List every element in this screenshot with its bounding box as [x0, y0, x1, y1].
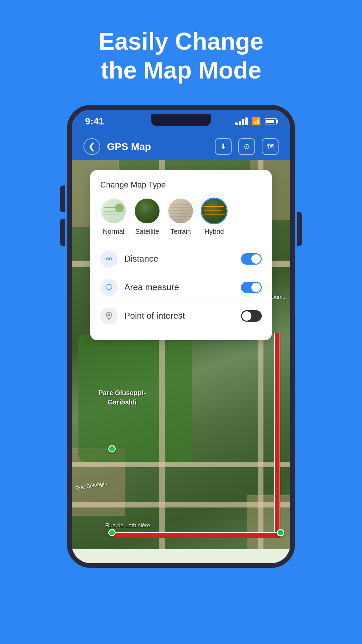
nav-icons: ⬇ ⊙ 🗺: [215, 138, 279, 155]
svg-point-0: [106, 258, 109, 260]
area-icon: [100, 279, 118, 296]
distance-icon: [100, 250, 118, 268]
route-dot-5: [108, 529, 116, 536]
popup-title: Change Map Type: [100, 180, 262, 190]
map-area: Parc Giuseppi-Garibaldi Rue Bélangi... R…: [72, 160, 290, 549]
poi-icon: [100, 307, 118, 325]
download-icon: ⬇: [220, 142, 226, 151]
status-icons: 📶: [235, 117, 277, 126]
notch: [151, 114, 211, 126]
power-button: [297, 212, 302, 246]
location-button[interactable]: ⊙: [238, 138, 255, 155]
area-toggle[interactable]: [241, 282, 262, 293]
poi-toggle[interactable]: [241, 310, 262, 322]
map-type-terrain-circle: [167, 198, 194, 224]
volume-up-button: [60, 185, 65, 212]
map-type-satellite-circle: [134, 198, 161, 224]
svg-point-1: [109, 258, 112, 260]
map-type-terrain-label: Terrain: [170, 228, 191, 235]
map-type-normal-label: Normal: [103, 228, 124, 235]
map-view-button[interactable]: 🗺: [262, 138, 279, 155]
route-dot-6: [277, 529, 284, 536]
map-type-satellite-label: Satellite: [135, 228, 159, 235]
map-type-hybrid[interactable]: Hybrid: [201, 198, 228, 235]
headline: Easily Change the Map Mode: [72, 27, 290, 85]
headline-line1: Easily Change: [99, 27, 263, 56]
toggle-poi-row: Point of interest: [100, 302, 262, 330]
distance-toggle[interactable]: [241, 253, 262, 265]
signal-icon: [235, 117, 248, 125]
toggle-area-row: Area measure: [100, 273, 262, 302]
area-label: Area measure: [124, 282, 234, 292]
phone-mockup: 9:41 📶 ❮ GPS Map ⬇ ⊙: [67, 105, 295, 568]
back-button[interactable]: ❮: [83, 138, 100, 155]
toggle-distance-row: Distance: [100, 245, 262, 273]
park-label: Parc Giuseppi-Garibaldi: [99, 388, 146, 407]
location-icon: ⊙: [244, 142, 250, 151]
status-time: 9:41: [85, 116, 104, 127]
map-type-selector: Normal Satellite: [100, 198, 262, 235]
distance-label: Distance: [124, 254, 234, 264]
map-view-icon: 🗺: [267, 143, 274, 150]
map-type-hybrid-circle: [201, 198, 228, 224]
route-segment-4: [111, 532, 280, 538]
map-type-normal[interactable]: Normal: [100, 198, 127, 235]
nav-bar: ❮ GPS Map ⬇ ⊙ 🗺: [72, 133, 290, 160]
route-dot-4: [108, 445, 116, 452]
volume-down-button: [60, 219, 65, 246]
map-type-satellite[interactable]: Satellite: [134, 198, 161, 235]
wifi-icon: 📶: [252, 117, 261, 126]
back-icon: ❮: [88, 141, 96, 152]
phone-screen: 9:41 📶 ❮ GPS Map ⬇ ⊙: [72, 110, 290, 563]
street-label-2: Rue de Lotbinière: [105, 522, 150, 529]
route-segment-3: [274, 333, 280, 534]
headline-line2: the Map Mode: [99, 56, 263, 85]
map-type-terrain[interactable]: Terrain: [167, 198, 194, 235]
poi-label: Point of interest: [124, 311, 234, 321]
nav-title: GPS Map: [107, 141, 208, 152]
map-type-popup: Change Map Type Normal: [90, 170, 272, 340]
map-type-normal-circle: [100, 198, 127, 224]
map-type-hybrid-label: Hybrid: [204, 228, 224, 235]
svg-point-2: [108, 314, 110, 316]
battery-icon: [265, 118, 277, 124]
download-button[interactable]: ⬇: [215, 138, 232, 155]
